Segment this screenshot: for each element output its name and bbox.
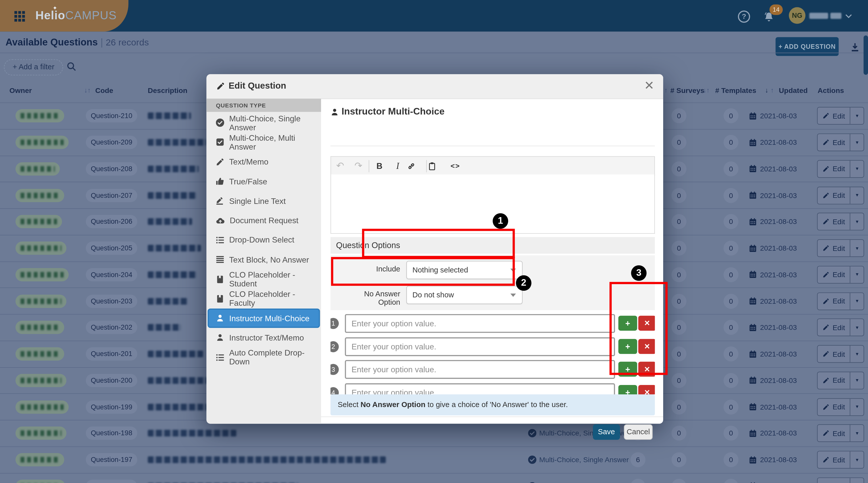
question-type-item[interactable]: CLO Placeholder - Student xyxy=(207,269,321,289)
remove-option-button[interactable]: ✕ xyxy=(638,385,655,394)
edit-dropdown-caret[interactable]: ▼ xyxy=(850,187,864,203)
question-type-item[interactable]: Single Line Text xyxy=(207,191,321,211)
edit-split-button[interactable]: Edit ▼ xyxy=(817,266,864,284)
edit-split-button[interactable]: Edit ▼ xyxy=(817,186,864,204)
question-text-editor[interactable] xyxy=(331,175,655,234)
edit-button[interactable]: Edit xyxy=(818,452,850,468)
col-owner[interactable]: Owner xyxy=(9,86,32,95)
edit-split-button[interactable]: Edit ▼ xyxy=(817,451,864,469)
edit-split-button[interactable]: Edit ▼ xyxy=(817,477,864,483)
edit-button[interactable]: Edit xyxy=(818,160,850,177)
edit-dropdown-caret[interactable]: ▼ xyxy=(850,452,864,468)
edit-split-button[interactable]: Edit ▼ xyxy=(817,239,864,257)
redo-icon[interactable]: ↷ xyxy=(349,160,368,172)
edit-dropdown-caret[interactable]: ▼ xyxy=(850,345,864,362)
question-type-item[interactable]: Text Block, No Answer xyxy=(207,250,321,269)
sort-icon[interactable]: ↑ xyxy=(771,86,774,94)
italic-button[interactable]: I xyxy=(389,161,407,171)
edit-button[interactable]: Edit xyxy=(818,108,850,124)
edit-dropdown-caret[interactable]: ▼ xyxy=(850,478,864,483)
undo-icon[interactable]: ↶ xyxy=(331,160,349,172)
edit-button[interactable]: Edit xyxy=(818,187,850,203)
question-type-item[interactable]: Multi-Choice, Multi Answer xyxy=(207,132,321,152)
edit-dropdown-caret[interactable]: ▼ xyxy=(850,214,864,230)
col-code[interactable]: Code xyxy=(95,86,113,95)
question-type-item[interactable]: Multi-Choice, Single Answer xyxy=(207,113,321,132)
question-type-item[interactable]: Instructor Multi-Choice xyxy=(208,308,320,328)
link-icon[interactable] xyxy=(407,161,425,171)
option-value-input[interactable] xyxy=(345,360,615,379)
col-templates[interactable]: # Templates xyxy=(715,86,756,95)
calendar-icon xyxy=(749,244,757,252)
help-icon[interactable]: ? xyxy=(738,10,750,23)
edit-split-button[interactable]: Edit ▼ xyxy=(817,213,864,231)
templates-count: 0 xyxy=(723,373,739,388)
col-surveys[interactable]: # Surveys xyxy=(670,86,704,95)
option-value-input[interactable] xyxy=(345,314,615,333)
edit-button[interactable]: Edit xyxy=(818,319,850,336)
edit-dropdown-caret[interactable]: ▼ xyxy=(850,399,864,415)
sort-icon[interactable]: ↓↑ xyxy=(703,86,710,94)
edit-button[interactable]: Edit xyxy=(818,372,850,389)
edit-button[interactable]: Edit xyxy=(818,399,850,415)
edit-button[interactable]: Edit xyxy=(818,478,850,483)
source-code-button[interactable]: <> xyxy=(446,162,464,170)
app-grid-icon[interactable] xyxy=(14,11,25,22)
option-value-input[interactable] xyxy=(345,383,615,394)
edit-button[interactable]: Edit xyxy=(818,345,850,362)
edit-dropdown-caret[interactable]: ▼ xyxy=(850,266,864,283)
edit-split-button[interactable]: Edit ▼ xyxy=(817,160,864,178)
search-icon[interactable] xyxy=(66,61,76,71)
updated-cell: 2021-08-03 xyxy=(749,403,797,411)
question-type-item[interactable]: CLO Placeholder - Faculty xyxy=(207,289,321,308)
question-type-item[interactable]: Instructor Text/Memo xyxy=(207,328,321,348)
no-answer-option-select[interactable]: Do not show xyxy=(406,286,523,304)
edit-split-button[interactable]: Edit ▼ xyxy=(817,107,864,125)
description-redacted xyxy=(148,298,188,304)
col-updated[interactable]: Updated xyxy=(779,86,808,95)
sort-icon[interactable]: ↑ xyxy=(664,86,668,94)
bold-button[interactable]: B xyxy=(370,161,389,171)
edit-button[interactable]: Edit xyxy=(818,214,850,230)
save-button[interactable]: Save xyxy=(593,424,620,440)
question-type-item[interactable]: Document Request xyxy=(207,211,321,230)
edit-split-button[interactable]: Edit ▼ xyxy=(817,425,864,442)
chevron-down-icon[interactable] xyxy=(845,14,852,18)
edit-dropdown-caret[interactable]: ▼ xyxy=(850,134,864,151)
question-type-item[interactable]: Text/Memo xyxy=(207,152,321,172)
edit-split-button[interactable]: Edit ▼ xyxy=(817,398,864,416)
edit-split-button[interactable]: Edit ▼ xyxy=(817,133,864,151)
edit-dropdown-caret[interactable]: ▼ xyxy=(850,425,864,442)
question-type-item[interactable]: True/False xyxy=(207,172,321,191)
edit-split-button[interactable]: Edit ▼ xyxy=(817,371,864,389)
close-icon[interactable]: ✕ xyxy=(644,79,654,93)
edit-button[interactable]: Edit xyxy=(818,293,850,309)
edit-button[interactable]: Edit xyxy=(818,266,850,283)
question-type-item[interactable]: Auto Complete Drop-Down xyxy=(207,348,321,367)
edit-dropdown-caret[interactable]: ▼ xyxy=(850,240,864,256)
edit-dropdown-caret[interactable]: ▼ xyxy=(850,108,864,124)
edit-split-button[interactable]: Edit ▼ xyxy=(817,345,864,363)
option-value-input[interactable] xyxy=(345,337,615,356)
edit-dropdown-caret[interactable]: ▼ xyxy=(850,372,864,389)
edit-button[interactable]: Edit xyxy=(818,425,850,442)
download-icon[interactable] xyxy=(850,43,860,52)
edit-split-button[interactable]: Edit ▼ xyxy=(817,292,864,310)
sort-icon[interactable]: ↓↑ xyxy=(84,86,91,94)
avatar[interactable]: NG xyxy=(789,7,805,24)
paste-icon[interactable] xyxy=(428,161,446,171)
add-filter-button[interactable]: + Add a filter xyxy=(4,59,63,75)
edit-dropdown-caret[interactable]: ▼ xyxy=(850,293,864,309)
add-option-button[interactable]: + xyxy=(618,385,637,394)
sort-desc-icon[interactable]: ↓ xyxy=(765,86,768,94)
scrollbar-thumb[interactable] xyxy=(864,35,868,75)
edit-button[interactable]: Edit xyxy=(818,134,850,151)
edit-split-button[interactable]: Edit ▼ xyxy=(817,319,864,336)
question-type-item[interactable]: Drop-Down Select xyxy=(207,230,321,250)
brand-logo[interactable]: HelioCAMPUS xyxy=(35,9,117,22)
edit-button[interactable]: Edit xyxy=(818,240,850,256)
edit-dropdown-caret[interactable]: ▼ xyxy=(850,160,864,177)
cancel-button[interactable]: Cancel xyxy=(624,424,653,440)
col-description[interactable]: Description xyxy=(148,86,187,95)
edit-dropdown-caret[interactable]: ▼ xyxy=(850,319,864,336)
